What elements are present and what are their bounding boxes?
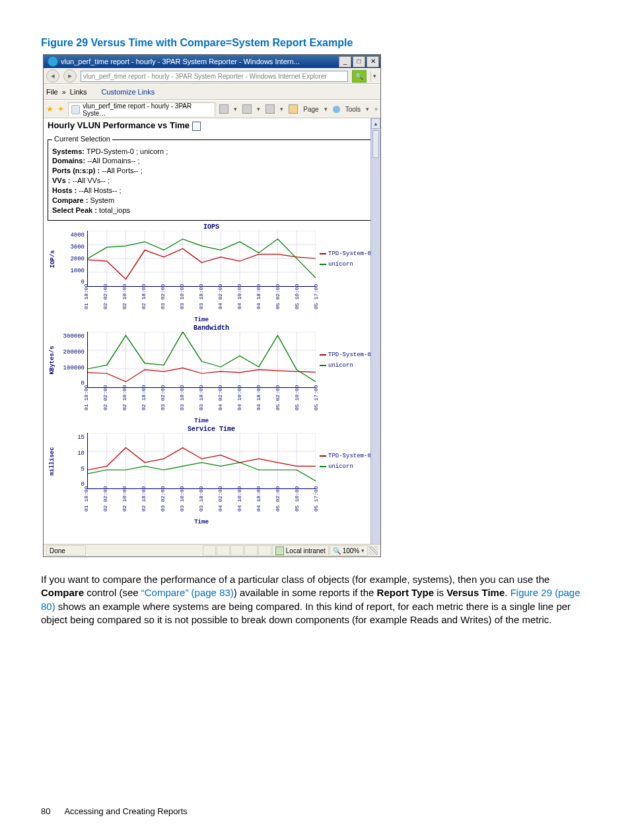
xtick: 01 18:00	[83, 505, 89, 512]
page-menu-icon[interactable]	[289, 104, 298, 114]
window-title: vlun_perf_time report - hourly - 3PAR Sy…	[61, 57, 337, 65]
scroll-thumb[interactable]	[372, 130, 379, 158]
chart-bandwidth: BandwidthKBytes/s3000002000001000000TPD-…	[48, 325, 375, 424]
xtick: 02 18:00	[141, 505, 147, 512]
menu-bar: File » Links Customize Links	[44, 84, 380, 100]
ytick: 200000	[63, 349, 85, 356]
ie-logo-icon	[48, 56, 58, 67]
chart-plot-area	[87, 332, 316, 388]
page-menu-label[interactable]: Page	[303, 106, 318, 113]
xtick: 03 10:00	[179, 303, 185, 309]
xtick: 04 02:00	[217, 505, 223, 512]
xtick: 04 18:00	[256, 505, 262, 512]
resize-grip[interactable]	[368, 546, 378, 555]
compare-label: Compare :	[52, 196, 88, 204]
chart-legend: TPD-System-0unicorn	[317, 433, 375, 489]
maximize-button[interactable]: □	[353, 56, 365, 67]
vvs-label: VVs :	[52, 176, 71, 184]
ie-small-icon	[91, 89, 98, 95]
current-selection-legend: Current Selection	[52, 135, 112, 143]
chart-ylabel: IOP/s	[49, 250, 55, 268]
xtick: 03 02:00	[160, 404, 166, 410]
tab-bar: ★ ✦ vlun_perf_time report - hourly - 3PA…	[44, 100, 380, 118]
ie-window: vlun_perf_time report - hourly - 3PAR Sy…	[43, 54, 381, 557]
xtick: 03 02:00	[160, 303, 166, 309]
body-paragraph: If you want to compare the performance o…	[41, 573, 589, 627]
tools-menu-label[interactable]: Tools	[345, 106, 361, 113]
favorites-star-icon[interactable]: ★	[46, 104, 53, 114]
xtick: 03 10:00	[179, 505, 185, 512]
domains-value: --All Domains-- ;	[87, 157, 139, 165]
xtick: 02 18:00	[141, 404, 147, 410]
chart-xlabel: Time	[44, 418, 375, 424]
search-button[interactable]: 🔍	[352, 70, 367, 83]
tools-gear-icon[interactable]	[333, 106, 340, 113]
forward-button[interactable]: ►	[63, 69, 77, 83]
chart-legend: TPD-System-0unicorn	[317, 332, 375, 388]
status-done: Done	[46, 545, 86, 556]
chart-xlabel: Time	[44, 317, 375, 323]
legend-item: TPD-System-0	[320, 250, 375, 257]
search-dropdown-button[interactable]: ▾	[370, 71, 378, 81]
xtick: 01 18:00	[83, 404, 89, 410]
chart-plot-area	[87, 231, 316, 287]
close-button[interactable]: ✕	[367, 56, 379, 67]
back-button[interactable]: ◄	[46, 69, 59, 83]
minimize-button[interactable]: _	[339, 56, 351, 67]
xtick: 04 02:00	[217, 303, 223, 309]
ytick: 1000	[70, 268, 85, 274]
print-icon[interactable]	[265, 104, 275, 114]
current-selection-box: Current Selection Systems: TPD-System-0 …	[48, 139, 376, 221]
nav-bar: ◄ ► vlun_perf_time report - hourly - 3PA…	[44, 68, 380, 84]
xtick: 05 10:00	[294, 404, 300, 410]
xtick: 02 10:00	[122, 404, 127, 410]
hosts-label: Hosts :	[52, 186, 77, 194]
legend-item: unicorn	[320, 362, 375, 369]
peak-label: Select Peak :	[52, 206, 97, 214]
content-area: Hourly VLUN Performance vs Time Current …	[44, 118, 380, 544]
xtick: 03 18:00	[198, 505, 204, 512]
ytick: 4000	[70, 232, 85, 239]
figure-title: Figure 29 Versus Time with Compare=Syste…	[41, 37, 589, 49]
report-doc-icon	[192, 122, 201, 131]
scroll-up-button[interactable]: ▲	[371, 118, 380, 129]
xtick: 05 02:00	[275, 303, 281, 309]
customize-links-link[interactable]: Customize Links	[102, 88, 155, 96]
feeds-icon[interactable]	[242, 104, 252, 114]
zoom-control[interactable]: 🔍 100% ▾	[330, 545, 368, 556]
tab-label: vlun_perf_time report - hourly - 3PAR Sy…	[83, 102, 209, 117]
xtick: 02 10:00	[122, 505, 127, 512]
legend-item: TPD-System-0	[320, 453, 375, 459]
menu-file[interactable]: File	[46, 88, 58, 96]
chart-xlabel: Time	[44, 519, 375, 525]
legend-item: TPD-System-0	[320, 352, 375, 358]
xtick: 05 17:00	[313, 404, 319, 410]
domains-label: Domains:	[52, 157, 85, 165]
add-favorite-icon[interactable]: ✦	[57, 104, 64, 114]
xtick: 04 10:00	[236, 404, 242, 410]
chart-legend: TPD-System-0unicorn	[317, 231, 375, 287]
status-bar: Done Local intranet 🔍 100% ▾	[44, 544, 380, 556]
toolbar-more-icon[interactable]: »	[374, 106, 378, 112]
tab-page-icon	[71, 105, 80, 114]
ytick: 300000	[63, 333, 85, 340]
vertical-scrollbar[interactable]: ▲	[370, 118, 380, 544]
xtick: 04 18:00	[256, 303, 262, 309]
window-titlebar: vlun_perf_time report - hourly - 3PAR Sy…	[44, 55, 380, 68]
xtick: 04 02:00	[217, 404, 223, 410]
zoom-magnifier-icon: 🔍	[333, 547, 341, 554]
chart-title: Service Time	[48, 426, 375, 433]
peak-value: total_iops	[99, 206, 130, 214]
xtick: 02 02:00	[102, 303, 108, 309]
footer-section: Accessing and Creating Reports	[64, 806, 187, 816]
home-icon[interactable]	[219, 104, 228, 114]
xtick: 02 10:00	[122, 303, 127, 309]
menu-more-icon[interactable]: »	[62, 88, 66, 96]
address-bar[interactable]: vlun_perf_time report - hourly - 3PAR Sy…	[81, 71, 348, 82]
compare-page-link[interactable]: “Compare” (page 83)	[141, 587, 234, 598]
ytick: 5	[81, 466, 85, 473]
vvs-value: --All VVs-- ;	[73, 176, 110, 184]
active-tab[interactable]: vlun_perf_time report - hourly - 3PAR Sy…	[68, 102, 215, 116]
xtick: 04 18:00	[256, 404, 262, 410]
systems-label: Systems:	[52, 147, 85, 155]
